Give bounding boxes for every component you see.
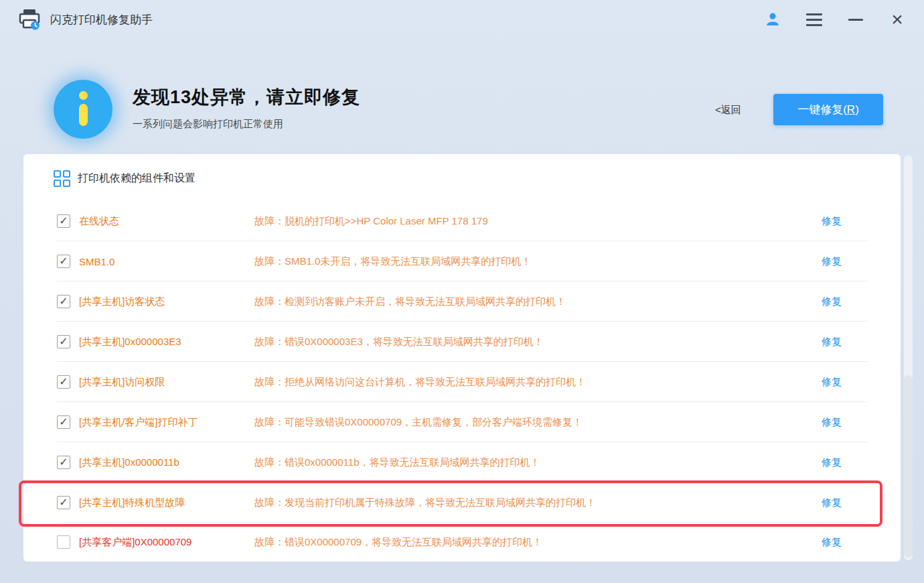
- window-controls: ×: [763, 10, 907, 29]
- issue-description: 故障：可能导致错误0X00000709，主机需修复，部分客户端环境需修复！: [254, 416, 822, 429]
- issue-row: ✓ SMB1.0 故障：SMB1.0未开启，将导致无法互联局域网共享的打印机！ …: [23, 241, 901, 281]
- page-title: 发现13处异常，请立即修复: [133, 85, 360, 109]
- check-icon: ✓: [59, 417, 68, 428]
- check-icon: ✓: [59, 377, 68, 387]
- issue-label: [共享主机/客户端]打印补丁: [79, 416, 254, 429]
- close-icon[interactable]: ×: [888, 10, 907, 29]
- header: 发现13处异常，请立即修复 一系列问题会影响打印机正常使用: [133, 85, 360, 131]
- titlebar: 闪克打印机修复助手 ×: [0, 0, 924, 39]
- fix-link[interactable]: 修复: [822, 497, 842, 509]
- back-link[interactable]: <返回: [715, 104, 741, 117]
- info-icon: [54, 80, 112, 139]
- fix-link[interactable]: 修复: [822, 255, 842, 268]
- check-icon: ✓: [59, 216, 68, 226]
- issue-label: [共享客户端]0X00000709: [79, 536, 254, 549]
- issue-label: [共享主机]特殊机型故障: [79, 497, 254, 509]
- issue-row: ✓ [共享主机]0x000003E3 故障：错误0X000003E3，将导致无法…: [23, 322, 901, 362]
- check-icon: ✓: [59, 457, 68, 468]
- issue-checkbox[interactable]: ✓: [57, 335, 70, 348]
- app-window: 闪克打印机修复助手 × 发现13处异常，请立即修复 一系列问题会影响打印机正常使…: [0, 0, 924, 583]
- fix-link[interactable]: 修复: [822, 376, 842, 389]
- issue-row: ✓ [共享主机]0x0000011b 故障：错误0x0000011b，将导致无法…: [23, 442, 901, 482]
- issue-description: 故障：SMB1.0未开启，将导致无法互联局域网共享的打印机！: [254, 255, 822, 268]
- issue-checkbox[interactable]: ✓: [57, 496, 70, 509]
- issue-label: [共享主机]0x0000011b: [79, 456, 254, 469]
- check-icon: ✓: [59, 336, 68, 347]
- issue-rows: ✓ 在线状态 故障：脱机的打印机>>HP Color Laser MFP 178…: [23, 201, 901, 562]
- issue-row: ✓ 在线状态 故障：脱机的打印机>>HP Color Laser MFP 178…: [23, 201, 901, 241]
- issue-label: SMB1.0: [79, 256, 254, 267]
- issue-checkbox[interactable]: ✓: [57, 456, 70, 469]
- issue-description: 故障：脱机的打印机>>HP Color Laser MFP 178 179: [254, 215, 822, 228]
- issue-checkbox[interactable]: ✓: [57, 255, 70, 268]
- issue-label: [共享主机]访问权限: [79, 376, 254, 389]
- section-header: 打印机依赖的组件和设置: [54, 170, 196, 187]
- check-icon: ✓: [59, 296, 68, 307]
- fix-link[interactable]: 修复: [822, 416, 842, 429]
- issue-description: 故障：错误0X00000709，将导致无法互联局域网共享的打印机！: [254, 536, 822, 549]
- issue-checkbox[interactable]: ✓: [57, 214, 70, 228]
- issue-description: 故障：错误0X000003E3，将导致无法互联局域网共享的打印机！: [254, 336, 822, 348]
- issue-description: 故障：发现当前打印机属于特殊故障，将导致无法互联局域网共享的打印机！: [254, 497, 822, 509]
- scrollbar-thumb[interactable]: [904, 375, 913, 558]
- fix-link[interactable]: 修复: [822, 336, 842, 348]
- app-identity: 闪克打印机修复助手: [17, 8, 153, 31]
- issues-panel: 打印机依赖的组件和设置 ✓ 在线状态 故障：脱机的打印机>>HP Color L…: [23, 154, 901, 562]
- scrollbar-track[interactable]: [904, 155, 913, 560]
- issue-label: [共享主机]访客状态: [79, 296, 254, 308]
- section-title: 打印机依赖的组件和设置: [78, 172, 196, 186]
- fix-link[interactable]: 修复: [822, 215, 842, 228]
- app-title: 闪克打印机修复助手: [50, 12, 153, 27]
- issue-label: [共享主机]0x000003E3: [79, 336, 254, 348]
- issue-description: 故障：错误0x0000011b，将导致无法互联局域网共享的打印机！: [254, 456, 822, 469]
- issue-checkbox[interactable]: ✓: [57, 535, 70, 549]
- issue-checkbox[interactable]: ✓: [57, 415, 70, 429]
- issue-row: ✓ [共享主机]访问权限 故障：拒绝从网络访问这台计算机，将导致无法互联局域网共…: [23, 362, 901, 402]
- issue-row: ✓ [共享客户端]0X00000709 故障：错误0X00000709，将导致无…: [23, 523, 901, 562]
- issue-label: 在线状态: [79, 215, 254, 228]
- printer-icon: [17, 8, 42, 31]
- check-icon: ✓: [59, 497, 68, 508]
- issue-description: 故障：检测到访客账户未开启，将导致无法互联局域网共享的打印机！: [254, 296, 822, 308]
- issue-description: 故障：拒绝从网络访问这台计算机，将导致无法互联局域网共享的打印机！: [254, 376, 822, 389]
- issue-checkbox[interactable]: ✓: [57, 375, 70, 389]
- fix-link[interactable]: 修复: [822, 536, 842, 549]
- components-grid-icon: [54, 170, 70, 187]
- user-icon[interactable]: [763, 10, 782, 29]
- fix-link[interactable]: 修复: [822, 296, 842, 308]
- one-click-repair-button[interactable]: 一键修复(R): [773, 94, 883, 125]
- check-icon: ✓: [59, 256, 68, 267]
- issue-row: ✓ [共享主机/客户端]打印补丁 故障：可能导致错误0X00000709，主机需…: [23, 402, 901, 442]
- menu-icon[interactable]: [805, 10, 824, 29]
- issue-row: ✓ [共享主机]访客状态 故障：检测到访客账户未开启，将导致无法互联局域网共享的…: [23, 281, 901, 322]
- minimize-icon[interactable]: [846, 10, 865, 29]
- issue-checkbox[interactable]: ✓: [57, 295, 70, 308]
- page-subtitle: 一系列问题会影响打印机正常使用: [133, 118, 360, 131]
- issue-row: ✓ [共享主机]特殊机型故障 故障：发现当前打印机属于特殊故障，将导致无法互联局…: [23, 482, 901, 523]
- fix-link[interactable]: 修复: [822, 456, 842, 469]
